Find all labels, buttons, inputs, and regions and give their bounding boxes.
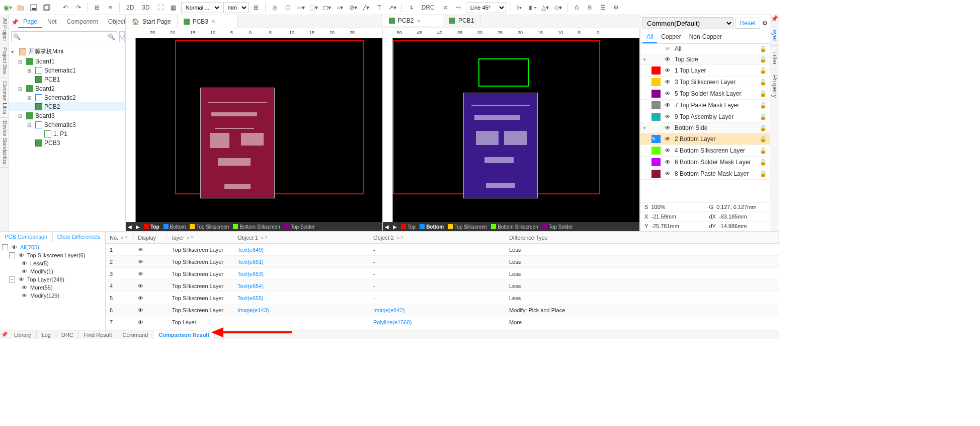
col-diff[interactable]: Difference Type	[505, 232, 779, 243]
lock-icon[interactable]: 🔓	[760, 114, 767, 120]
distribute-icon[interactable]: ⫼▾	[527, 2, 538, 13]
lf-bottom[interactable]: Bottom	[164, 224, 186, 230]
lf-top[interactable]: Top	[144, 224, 159, 230]
rect-icon[interactable]: ▭▾	[295, 2, 306, 13]
rail-property[interactable]: Property	[770, 71, 779, 102]
bt-library[interactable]: Library	[9, 331, 37, 339]
no-icon[interactable]: ⊘▾	[348, 2, 359, 13]
cmp-modify1[interactable]: 👁Modify(1)	[0, 267, 105, 275]
cell-obj2[interactable]: Polyline(e1568)	[369, 318, 505, 327]
drc-button[interactable]: DRC	[419, 3, 438, 13]
align-left-icon[interactable]: ⫴▾	[514, 2, 525, 13]
trace-icon[interactable]: ⤳	[453, 2, 464, 13]
file-menu-icon[interactable]: ▣▾	[2, 2, 13, 13]
table-row[interactable]: 4👁Top Silkscreen LayerText(e654)-Less	[106, 280, 779, 292]
route-icon[interactable]: ↴	[405, 2, 417, 13]
view-3d-button[interactable]: 3D	[139, 3, 152, 13]
cell-obj1[interactable]: Text(e654)	[233, 281, 369, 291]
export-icon[interactable]: ⎙	[571, 2, 583, 13]
lf-bottom-r[interactable]: Bottom	[420, 224, 444, 230]
align-icon[interactable]: ≡	[105, 2, 116, 13]
table-row[interactable]: 1👁Top Silkscreen LayerText(e649)-Less	[106, 244, 779, 256]
keepout-icon[interactable]: ◻▾	[321, 2, 333, 13]
filter-copper[interactable]: Copper	[657, 31, 685, 43]
layer-swatch[interactable]	[651, 101, 661, 109]
table-row[interactable]: 2👁Top Silkscreen LayerText(e651)-Less	[106, 256, 779, 268]
cell-obj1[interactable]: Image(e143)	[233, 306, 369, 315]
col-layer[interactable]: layer▲▼	[168, 232, 233, 243]
nav-prev-icon[interactable]: ◀	[128, 224, 132, 230]
tree-board1[interactable]: ⊟ Board1	[9, 57, 125, 66]
cmp-less[interactable]: 👁Less(5)	[0, 259, 105, 267]
lf-top-solder-r[interactable]: Top Solder	[542, 224, 573, 230]
lock-icon[interactable]: 🔓	[760, 136, 767, 143]
layer-swatch[interactable]: ✎	[651, 135, 661, 143]
layer-row[interactable]: 👁1 Top Layer🔓	[640, 65, 770, 77]
filter-all[interactable]: All	[642, 31, 657, 43]
region-icon[interactable]: ⬚▾	[308, 2, 319, 13]
table-row[interactable]: 5👁Top Silkscreen LayerText(e655)-Less	[106, 292, 779, 304]
search-input[interactable]	[11, 31, 117, 42]
tree-pcb1[interactable]: PCB1	[9, 75, 125, 84]
tree-p1[interactable]: 1. P1	[9, 129, 125, 138]
pcb-comparison-button[interactable]: PCB Comparison	[0, 232, 53, 242]
layer-row[interactable]: 👁8 Bottom Paste Mask Layer🔓	[640, 168, 770, 180]
layer-top-side[interactable]: ▾ 👁 Top Side 🔓	[640, 54, 770, 65]
import-icon[interactable]: ⎘	[585, 2, 596, 13]
cell-obj1[interactable]	[233, 321, 369, 324]
lf-bottom-silk-r[interactable]: Bottom Silkscreen	[491, 224, 538, 230]
bom-icon[interactable]: ☰	[598, 2, 609, 13]
tab-component[interactable]: Component	[62, 16, 103, 28]
folder-open-icon[interactable]	[15, 2, 26, 13]
grid-settings-icon[interactable]: ⊞	[251, 2, 262, 13]
cell-display[interactable]: 👁	[134, 245, 168, 254]
lf-top-silk[interactable]: Top Silkscreen	[190, 224, 229, 230]
canvas-right[interactable]	[393, 38, 639, 222]
eye-icon[interactable]: 👁	[664, 147, 672, 154]
layer-swatch[interactable]	[651, 66, 661, 75]
save-all-icon[interactable]	[41, 2, 52, 13]
pin-icon[interactable]: 📌	[0, 331, 9, 338]
lock-icon[interactable]: 🔓	[760, 56, 767, 63]
unit-select[interactable]: mm	[223, 2, 249, 13]
save-icon[interactable]	[28, 2, 39, 13]
tab-start-page[interactable]: 🏠 Start Page	[126, 15, 178, 28]
cell-display[interactable]: 👁	[134, 318, 168, 327]
eye-icon[interactable]: 👁	[664, 135, 672, 143]
cell-display[interactable]: 👁	[134, 257, 168, 266]
cmp-modify129[interactable]: 👁Modify(129)	[0, 292, 105, 300]
connection-icon[interactable]: ⤭	[440, 2, 451, 13]
rail-all-project[interactable]: All Project	[0, 15, 9, 44]
lock-icon[interactable]: 🔓	[760, 159, 767, 166]
tab-pcb3[interactable]: PCB3 ✕	[178, 15, 238, 28]
lock-icon[interactable]: 🔓	[760, 67, 767, 74]
route-mode-select[interactable]: Line 45°	[466, 2, 506, 13]
eye-icon[interactable]: 👁	[664, 124, 672, 131]
view-2d-button[interactable]: 2D	[123, 3, 137, 13]
layer-row[interactable]: ✎👁2 Bottom Layer🔓	[640, 133, 770, 145]
tree-pcb3[interactable]: PCB3	[9, 138, 125, 148]
cmp-top-silk[interactable]: −👁 Top Silkscreen Layer(6)	[0, 251, 105, 259]
cell-obj1[interactable]: Text(e653)	[233, 269, 369, 278]
lock-icon[interactable]: 🔓	[760, 125, 767, 131]
display-mode-select[interactable]: Normal ...	[181, 2, 221, 13]
eye-icon[interactable]: 👁	[664, 90, 672, 97]
cell-obj1[interactable]: Text(e649)	[233, 245, 369, 254]
cmp-top-layer[interactable]: −👁 Top Layer(246)	[0, 275, 105, 283]
bt-comparison-result[interactable]: Comparison Result	[153, 331, 215, 339]
nav-next-icon[interactable]: ▶	[393, 224, 397, 230]
tab-pcb2[interactable]: PCB2 ✕	[383, 15, 443, 26]
cell-display[interactable]: 👁	[134, 269, 168, 278]
bt-find[interactable]: Find Result	[79, 331, 118, 339]
canvas-left[interactable]	[136, 38, 382, 222]
dimension-icon[interactable]: ↗▾	[387, 2, 398, 13]
table-row[interactable]: 3👁Top Silkscreen LayerText(e653)-Less	[106, 268, 779, 280]
lf-bottom-silk[interactable]: Bottom Silkscreen	[233, 224, 280, 230]
close-icon[interactable]: ✕	[417, 18, 421, 24]
grid-icon[interactable]: ⊞	[92, 2, 103, 13]
rail-project-design[interactable]: Project Desi	[0, 44, 9, 78]
layer-swatch[interactable]	[651, 158, 661, 166]
zoom-fit-icon[interactable]: ⛶	[155, 2, 166, 13]
eye-icon[interactable]: 👁	[664, 79, 672, 86]
rail-common-lib[interactable]: Common Libra	[0, 78, 9, 118]
